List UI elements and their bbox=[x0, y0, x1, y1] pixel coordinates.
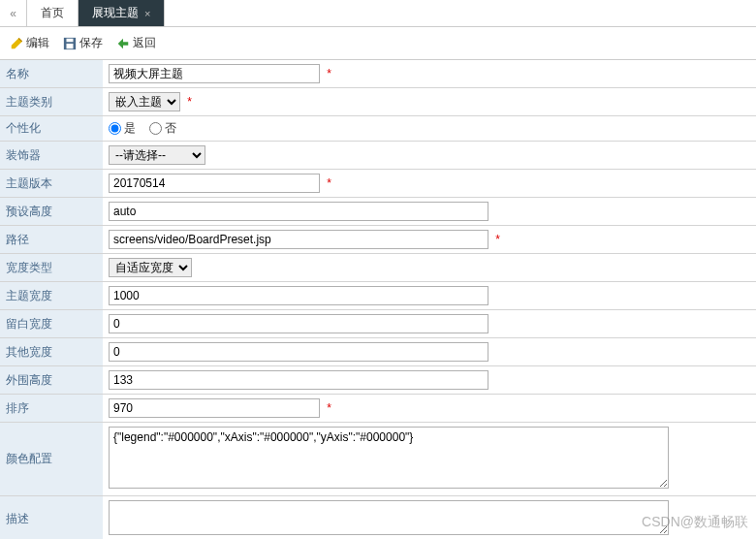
label-preset-height: 预设高度 bbox=[0, 198, 103, 226]
save-button[interactable]: 保存 bbox=[63, 35, 103, 51]
close-icon[interactable]: × bbox=[144, 8, 150, 19]
radio-yes-label: 是 bbox=[124, 120, 136, 137]
margin-width-input[interactable] bbox=[109, 314, 488, 333]
edit-button[interactable]: 编辑 bbox=[10, 35, 49, 51]
sort-input[interactable] bbox=[109, 398, 320, 418]
tab-theme-label: 展现主题 bbox=[92, 5, 139, 21]
disk-icon bbox=[63, 37, 77, 50]
other-width-input[interactable] bbox=[109, 342, 488, 362]
description-textarea[interactable] bbox=[109, 500, 669, 535]
label-outer-height: 外围高度 bbox=[0, 366, 103, 395]
back-label: 返回 bbox=[133, 35, 156, 51]
svg-rect-1 bbox=[67, 38, 74, 42]
tab-home[interactable]: 首页 bbox=[27, 0, 79, 26]
required-mark: * bbox=[327, 67, 331, 80]
personalize-radio-group: 是 否 bbox=[109, 120, 750, 137]
svg-rect-2 bbox=[67, 44, 74, 48]
required-mark: * bbox=[495, 233, 500, 246]
arrow-left-icon bbox=[116, 37, 130, 50]
back-button[interactable]: 返回 bbox=[116, 35, 156, 51]
save-label: 保存 bbox=[79, 35, 103, 51]
label-width-type: 宽度类型 bbox=[0, 254, 103, 282]
tab-theme[interactable]: 展现主题 × bbox=[79, 0, 165, 26]
label-other-width: 其他宽度 bbox=[0, 338, 103, 366]
category-select[interactable]: 嵌入主题 bbox=[109, 92, 180, 111]
preset-height-input[interactable] bbox=[109, 202, 488, 221]
label-personalize: 个性化 bbox=[0, 116, 103, 142]
path-input[interactable] bbox=[109, 230, 488, 249]
form-table: 名称 * 主题类别 嵌入主题 * 个性化 是 否 装饰器 --请选择-- 主题版… bbox=[0, 60, 756, 539]
color-config-textarea[interactable]: {"legend":"#000000","xAxis":"#000000","y… bbox=[109, 427, 669, 489]
personalize-yes-radio[interactable] bbox=[109, 122, 121, 135]
tab-bar: « 首页 展现主题 × bbox=[0, 0, 756, 27]
pencil-icon bbox=[10, 37, 23, 50]
required-mark: * bbox=[187, 95, 192, 109]
name-input[interactable] bbox=[109, 64, 320, 83]
personalize-no-radio[interactable] bbox=[149, 122, 162, 135]
outer-height-input[interactable] bbox=[109, 370, 488, 390]
label-path: 路径 bbox=[0, 226, 103, 254]
label-name: 名称 bbox=[0, 60, 103, 88]
required-mark: * bbox=[327, 401, 331, 415]
version-input[interactable] bbox=[109, 174, 320, 193]
label-category: 主题类别 bbox=[0, 88, 103, 116]
label-theme-width: 主题宽度 bbox=[0, 282, 103, 310]
label-color-config: 颜色配置 bbox=[0, 423, 103, 496]
toolbar: 编辑 保存 返回 bbox=[0, 27, 756, 60]
theme-width-input[interactable] bbox=[109, 286, 488, 305]
decorator-select[interactable]: --请选择-- bbox=[109, 145, 205, 165]
width-type-select[interactable]: 自适应宽度 bbox=[109, 258, 192, 277]
label-margin-width: 留白宽度 bbox=[0, 310, 103, 338]
label-sort: 排序 bbox=[0, 395, 103, 423]
required-mark: * bbox=[327, 176, 331, 190]
label-version: 主题版本 bbox=[0, 170, 103, 198]
label-description: 描述 bbox=[0, 496, 103, 540]
edit-label: 编辑 bbox=[26, 35, 49, 51]
radio-no-label: 否 bbox=[165, 120, 176, 137]
label-decorator: 装饰器 bbox=[0, 142, 103, 170]
tab-collapse-button[interactable]: « bbox=[0, 0, 27, 26]
